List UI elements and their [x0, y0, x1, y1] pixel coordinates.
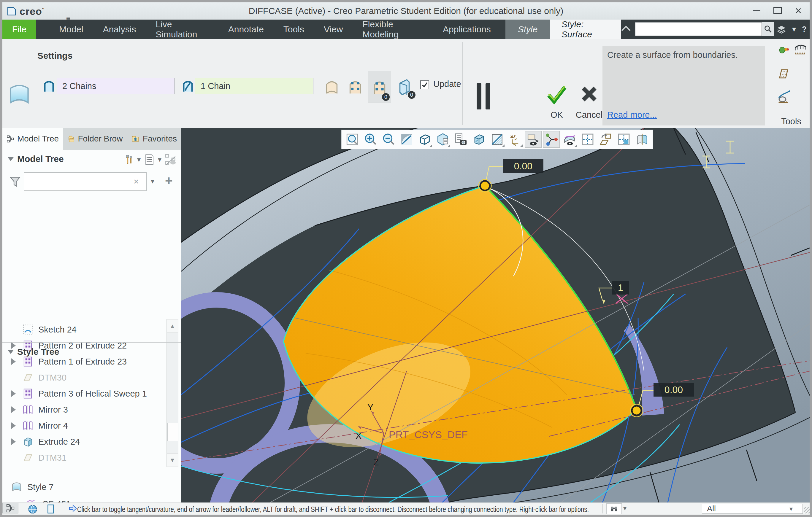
repaint-button[interactable]: [398, 131, 415, 148]
tab-tools[interactable]: Tools: [273, 20, 314, 39]
tab-style-surface-active[interactable]: Style: Surface: [550, 20, 621, 39]
orient-plane-button[interactable]: [598, 131, 614, 148]
command-locator-button[interactable]: [774, 20, 789, 39]
locator-dropdown[interactable]: ▾: [789, 20, 799, 39]
browser-toggle-button[interactable]: [27, 504, 38, 516]
expand-icon[interactable]: [11, 438, 16, 445]
tree-item-extrude-24[interactable]: Extrude 24: [2, 434, 165, 450]
tree-tools-icon[interactable]: [123, 154, 134, 165]
filter-dropdown[interactable]: ▾: [151, 177, 154, 185]
tree-item-sketch-24[interactable]: Sketch 24: [2, 322, 165, 338]
selection-filter-combobox[interactable]: All: [702, 504, 803, 514]
curve-display-button[interactable]: [561, 131, 578, 148]
tab-applications[interactable]: Applications: [433, 20, 501, 39]
filter-clear-icon[interactable]: ×: [134, 177, 139, 187]
read-more-link[interactable]: Read more...: [607, 110, 657, 120]
3d-scene[interactable]: Y X Z PRT_CSYS_DEF 0.00 1: [181, 128, 810, 503]
selection-filter-dropdown[interactable]: ▾: [789, 505, 793, 513]
expand-icon[interactable]: [11, 390, 16, 397]
command-search-input[interactable]: [635, 22, 762, 36]
find-dropdown[interactable]: ▾: [623, 505, 627, 512]
primary-chains-collector[interactable]: 2 Chains: [57, 78, 175, 94]
minimize-button[interactable]: [747, 4, 766, 17]
tab-style[interactable]: Style: [505, 20, 550, 39]
tab-view[interactable]: View: [314, 20, 353, 39]
collapse-ribbon-button[interactable]: [621, 20, 633, 39]
capture-button[interactable]: [453, 131, 469, 148]
help-button[interactable]: ?: [799, 20, 810, 39]
tab-folder-browser[interactable]: Folder Brow: [63, 128, 127, 150]
scrollbar-thumb[interactable]: [167, 423, 178, 441]
scroll-down-button[interactable]: ▼: [167, 453, 178, 466]
tree-filter-input[interactable]: [24, 172, 147, 191]
tab-annotate[interactable]: Annotate: [219, 20, 273, 39]
tab-analysis[interactable]: Analysis: [93, 20, 146, 39]
curve-analysis-icon[interactable]: [777, 89, 792, 105]
tree-item-mirror-4[interactable]: Mirror 4: [2, 418, 165, 434]
display-style-button[interactable]: [471, 131, 487, 148]
spin-center-button[interactable]: [543, 131, 560, 148]
secondary-chains-collector[interactable]: 1 Chain: [195, 78, 313, 94]
refit-button[interactable]: [344, 131, 360, 148]
graphics-viewport[interactable]: Y X Z PRT_CSYS_DEF 0.00 1: [181, 128, 810, 503]
cancel-button[interactable]: Cancel: [573, 83, 605, 120]
maximize-button[interactable]: [768, 4, 787, 17]
section-button[interactable]: [489, 131, 505, 148]
active-plane-button[interactable]: [615, 131, 632, 148]
grid-analysis-icon[interactable]: [777, 67, 790, 82]
panel-toggle-button[interactable]: [46, 504, 56, 515]
control-point[interactable]: [632, 406, 641, 415]
style-tree-header[interactable]: Style Tree: [8, 347, 59, 357]
connections-preview-button-pressed[interactable]: 0: [368, 71, 391, 103]
folder-browser-tab-label: Folder Brow: [78, 134, 122, 144]
tree-tools-dropdown[interactable]: ▾: [137, 155, 141, 164]
view-manager-button[interactable]: [434, 131, 451, 148]
surface-preview-button[interactable]: [323, 74, 341, 100]
shaded-preview-button[interactable]: 0: [395, 74, 414, 100]
expand-icon[interactable]: [11, 422, 16, 429]
filter-add-button[interactable]: +: [165, 174, 173, 188]
update-checkbox[interactable]: [420, 81, 429, 89]
ok-button[interactable]: OK: [543, 83, 571, 120]
curvature-analysis-icon[interactable]: [793, 42, 808, 58]
tab-file[interactable]: File: [2, 20, 36, 39]
tab-model[interactable]: Model: [49, 20, 93, 39]
tab-model-tree[interactable]: Model Tree: [2, 128, 63, 150]
resize-grip[interactable]: [804, 507, 810, 513]
datum-plane-icon: [22, 452, 33, 463]
tree-display-icon[interactable]: [144, 154, 155, 165]
navigator-toggle-button[interactable]: [2, 503, 19, 513]
status-separator: [65, 504, 65, 513]
annotation-display-button[interactable]: [525, 131, 542, 148]
tree-scrollbar[interactable]: ▲ ▼: [167, 319, 178, 467]
saved-views-button[interactable]: [416, 131, 433, 148]
zoom-in-button[interactable]: [362, 131, 379, 148]
model-tree-header[interactable]: Model Tree: [8, 154, 64, 164]
expand-icon[interactable]: [11, 358, 16, 365]
tree-item-dtm30[interactable]: DTM30: [2, 370, 165, 386]
tab-favorites[interactable]: Favorites: [127, 128, 181, 150]
filter-funnel-icon[interactable]: [9, 175, 21, 188]
panel-divider: [2, 342, 181, 343]
scroll-up-button[interactable]: ▲: [167, 320, 178, 333]
datum-display-button[interactable]: [507, 131, 524, 148]
style-item-style-7[interactable]: Style 7: [11, 479, 54, 495]
mirror-view-button[interactable]: [634, 131, 650, 148]
control-point[interactable]: [480, 181, 490, 190]
close-button[interactable]: [789, 4, 808, 17]
tree-item-pattern-3[interactable]: Pattern 3 of Helical Sweep 1: [2, 386, 165, 402]
tree-item-dtm31[interactable]: DTM31: [2, 450, 165, 466]
tab-live-simulation[interactable]: Live Simulation: [146, 20, 218, 39]
tree-item-mirror-3[interactable]: Mirror 3: [2, 402, 165, 418]
pause-button[interactable]: [476, 83, 490, 110]
connection-status-icon[interactable]: [777, 45, 791, 57]
tab-flexible-modeling[interactable]: Flexible Modeling: [353, 20, 433, 39]
zoom-out-button[interactable]: [380, 131, 397, 148]
search-button[interactable]: [762, 22, 774, 36]
expand-icon[interactable]: [11, 406, 16, 413]
grid-display-button[interactable]: [579, 131, 596, 148]
find-button[interactable]: [606, 504, 622, 514]
tree-display-dropdown[interactable]: ▾: [158, 155, 162, 164]
mesh-preview-button[interactable]: [346, 74, 365, 100]
connection-value: 1: [618, 282, 623, 293]
